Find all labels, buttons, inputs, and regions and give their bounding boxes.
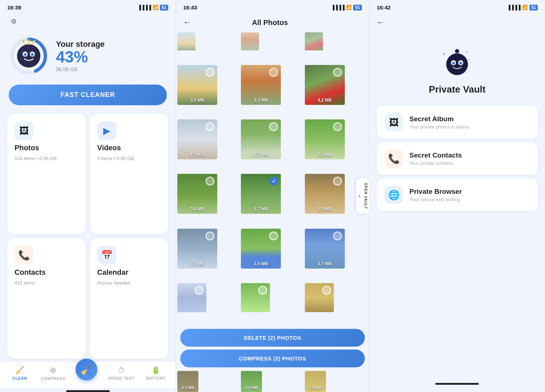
open-vault-tab[interactable]: OPEN VAULT ‹ bbox=[356, 179, 369, 214]
storage-text: Your storage 43% 36.08 GB bbox=[56, 40, 105, 72]
contacts-card[interactable]: 📞 Contacts 415 items bbox=[7, 238, 86, 359]
vault-robot-svg: ✦ ✦ ✦ bbox=[439, 43, 475, 79]
vault-back-button[interactable]: ← bbox=[377, 18, 385, 27]
settings-icon[interactable]: ⚙ bbox=[7, 15, 20, 28]
secret-contacts-icon: 📞 bbox=[385, 150, 403, 168]
photo-select-9[interactable] bbox=[333, 177, 342, 185]
delete-photos-button[interactable]: DELETE (2) PHOTOS bbox=[180, 329, 365, 347]
videos-title: Videos bbox=[97, 144, 161, 152]
photos-card[interactable]: 🖼 Photos 104 items • 0.06 GB bbox=[7, 114, 86, 234]
secret-album-title: Secret Album bbox=[409, 115, 469, 123]
videos-sub: 3 items • 0.00 GB bbox=[97, 156, 161, 161]
svg-point-3 bbox=[18, 45, 40, 67]
photo-8[interactable]: 1,7 MB bbox=[241, 174, 281, 214]
secret-album-card[interactable]: 🖼 Secret Album Your private photos & vid… bbox=[377, 106, 538, 139]
photo-bottom-1[interactable]: 0,9 MB bbox=[177, 371, 198, 392]
photo-11[interactable]: 3,5 MB bbox=[241, 229, 281, 269]
photo-select-4[interactable] bbox=[206, 122, 214, 131]
photo-bottom-2[interactable]: 0,9 MB bbox=[241, 371, 262, 392]
photo-select-13[interactable] bbox=[195, 286, 203, 295]
photo-size-4: 473 KB bbox=[177, 152, 217, 157]
photo-select-2[interactable] bbox=[269, 68, 278, 77]
calendar-icon: 📅 bbox=[97, 246, 116, 265]
photo-bottom-3[interactable]: 3,5 MB bbox=[305, 371, 326, 392]
private-browser-card[interactable]: 🌐 Private Browser Your secure web surfin… bbox=[377, 179, 538, 211]
photo-15[interactable] bbox=[305, 283, 334, 312]
photo-size-6: 3,5 MB bbox=[305, 152, 345, 157]
battery-icon: 🔋 bbox=[151, 366, 160, 375]
videos-card[interactable]: ▶ Videos 3 items • 0.00 GB bbox=[90, 114, 169, 234]
calendar-title: Calendar bbox=[97, 268, 161, 277]
photo-top-2[interactable] bbox=[241, 32, 259, 50]
bottom-spacer bbox=[370, 385, 545, 392]
photo-select-1[interactable] bbox=[206, 68, 214, 77]
clean-icon: 🧹 bbox=[15, 366, 24, 375]
photo-5[interactable]: 3,7 MB bbox=[241, 119, 281, 159]
compress-photos-button[interactable]: COMPRESS (2) PHOTOS bbox=[180, 350, 365, 367]
back-button[interactable]: ← bbox=[183, 18, 191, 27]
photo-size-11: 3,5 MB bbox=[241, 261, 281, 266]
vault-header: ← bbox=[370, 13, 545, 32]
svg-text:✦: ✦ bbox=[442, 51, 446, 57]
photo-2[interactable]: 3,3 MB bbox=[241, 65, 281, 105]
photo-7[interactable]: 3,8 MB bbox=[177, 174, 217, 214]
calendar-card[interactable]: 📅 Calendar Access Needed bbox=[90, 238, 169, 359]
svg-point-13 bbox=[33, 40, 35, 42]
status-bar-3: 16:42 ▐▐▐▐ 📶 51 bbox=[370, 0, 545, 13]
secret-album-sub: Your private photos & videos bbox=[409, 124, 469, 130]
photo-size-8: 1,7 MB bbox=[241, 207, 281, 212]
bottom-nav: 🧹 CLEAN ⊕ COMPRESS 🧹 ⏱ SPEED TEST 🔋 BATT… bbox=[0, 362, 175, 388]
photo-grid: 3,5 MB 3,3 MB 4,2 MB 473 KB 3,7 MB 3,5 M… bbox=[176, 32, 369, 326]
nav-battery[interactable]: 🔋 BATTERY bbox=[145, 366, 167, 380]
photo-14[interactable] bbox=[241, 283, 270, 312]
photo-top-1[interactable] bbox=[177, 32, 195, 50]
secret-contacts-text: Secret Contacts Your private contacts bbox=[409, 151, 462, 166]
photo-select-3[interactable] bbox=[333, 68, 342, 77]
svg-point-11 bbox=[28, 39, 30, 41]
nav-speedtest[interactable]: ⏱ SPEED TEST bbox=[108, 366, 134, 380]
photo-select-11[interactable] bbox=[269, 232, 278, 240]
nav-center-button[interactable]: 🧹 bbox=[76, 359, 97, 380]
panel-vault: 16:42 ▐▐▐▐ 📶 51 ← ✦ ✦ bbox=[370, 0, 545, 392]
photos-sub: 104 items • 0.06 GB bbox=[15, 156, 78, 161]
photo-select-7[interactable] bbox=[206, 177, 214, 185]
storage-percent: 43% bbox=[56, 49, 105, 65]
photo-select-8[interactable] bbox=[269, 177, 278, 185]
svg-point-15 bbox=[447, 54, 467, 74]
photo-select-10[interactable] bbox=[206, 232, 214, 240]
home-indicator-1 bbox=[66, 390, 110, 392]
svg-point-7 bbox=[31, 53, 34, 56]
secret-contacts-sub: Your private contacts bbox=[409, 160, 462, 166]
photo-size-10: 1,1 MB bbox=[177, 261, 217, 266]
photo-select-14[interactable] bbox=[258, 286, 267, 295]
photo-1[interactable]: 3,5 MB bbox=[177, 65, 217, 105]
photo-4[interactable]: 473 KB bbox=[177, 119, 217, 159]
photo-9[interactable]: 1,9 MB bbox=[305, 174, 345, 214]
photo-size-9: 1,9 MB bbox=[305, 207, 345, 212]
calendar-sub: Access Needed bbox=[97, 280, 161, 286]
secret-contacts-card[interactable]: 📞 Secret Contacts Your private contacts bbox=[377, 142, 538, 175]
photo-3[interactable]: 4,2 MB bbox=[305, 65, 345, 105]
fast-cleaner-button[interactable]: FAST CLEANER bbox=[9, 85, 167, 105]
photo-select-5[interactable] bbox=[269, 122, 278, 131]
photo-10[interactable]: 1,1 MB bbox=[177, 229, 217, 269]
svg-rect-20 bbox=[455, 53, 459, 57]
private-browser-title: Private Browser bbox=[409, 188, 462, 196]
broom-icon: 🧹 bbox=[80, 364, 93, 376]
photo-select-15[interactable] bbox=[322, 286, 331, 295]
photo-select-6[interactable] bbox=[333, 122, 342, 131]
photo-select-12[interactable] bbox=[333, 232, 342, 240]
nav-clean[interactable]: 🧹 CLEAN bbox=[9, 366, 31, 380]
photo-12[interactable]: 3,7 MB bbox=[305, 229, 345, 269]
storage-gb: 36.08 GB bbox=[56, 66, 105, 72]
svg-text:✦: ✦ bbox=[468, 58, 471, 61]
panel-cleaner: 16:39 ▐▐▐▐ 📶 51 ⚙ bbox=[0, 0, 175, 392]
nav-compress[interactable]: ⊕ COMPRESS bbox=[41, 366, 65, 381]
svg-line-12 bbox=[32, 42, 34, 45]
photo-top-3[interactable] bbox=[305, 32, 323, 50]
photo-size-2: 3,3 MB bbox=[241, 98, 281, 103]
time-1: 16:39 bbox=[7, 4, 21, 11]
photo-6[interactable]: 3,5 MB bbox=[305, 119, 345, 159]
photo-13[interactable] bbox=[177, 283, 206, 312]
battery-label: BATTERY bbox=[146, 376, 166, 380]
